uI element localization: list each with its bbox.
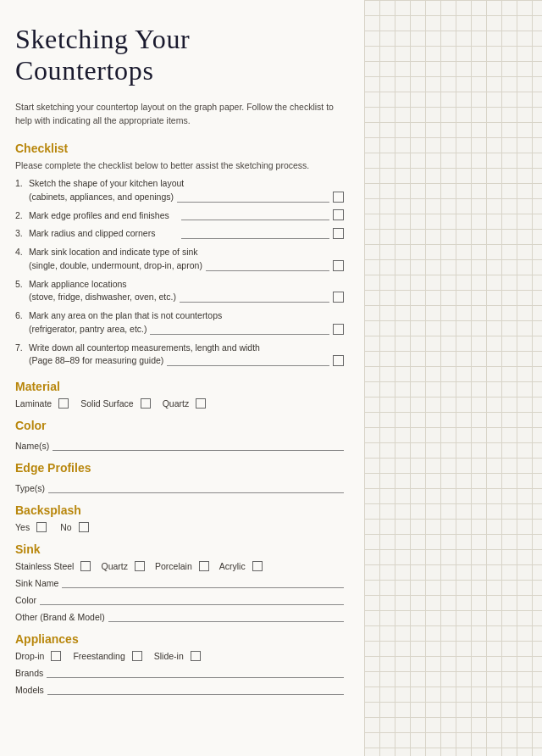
- appliance-brands-line: [47, 666, 344, 678]
- sink-heading: Sink: [15, 542, 344, 556]
- checklist-item-2: 2. Mark edge profiles and end finishes: [15, 209, 344, 223]
- material-quartz-checkbox[interactable]: [196, 398, 206, 409]
- graph-paper-panel: [364, 0, 542, 756]
- sink-acrylic-checkbox[interactable]: [252, 561, 263, 571]
- backsplash-row: Yes No: [15, 522, 344, 532]
- item-num-4: 4.: [15, 246, 29, 259]
- item-text-2: Mark edge profiles and end finishes: [29, 209, 178, 223]
- appliance-models-label: Models: [15, 685, 44, 695]
- item-num-2: 2.: [15, 209, 29, 223]
- item-text-5: Mark appliance locations: [29, 278, 344, 292]
- sink-stainless-label: Stainless Steel: [15, 561, 74, 571]
- appliance-freestanding-label: Freestanding: [73, 651, 124, 661]
- item-line-1: [177, 202, 329, 203]
- material-heading: Material: [15, 380, 344, 393]
- item-text-1: Sketch the shape of your kitchen layout: [29, 177, 344, 191]
- backsplash-no-checkbox[interactable]: [79, 522, 89, 532]
- edge-label: Type(s): [15, 483, 45, 493]
- sink-other-row: Other (Brand & Model): [15, 610, 344, 622]
- checklist-item-3: 3. Mark radius and clipped corners: [15, 227, 344, 241]
- appliance-brands-row: Brands: [15, 666, 344, 678]
- edge-line: [48, 481, 344, 493]
- appliance-type-row: Drop-in Freestanding Slide-in: [15, 651, 344, 661]
- color-heading: Color: [15, 419, 344, 432]
- item-num-1: 1.: [15, 177, 29, 191]
- item-text-7: Write down all countertop measurements, …: [29, 342, 344, 355]
- appliances-heading: Appliances: [15, 632, 344, 646]
- checklist-item-6: 6. Mark any area on the plan that is not…: [15, 309, 344, 336]
- item-text-5b: (stove, fridge, dishwasher, oven, etc.): [29, 291, 176, 304]
- item-line-5: [180, 302, 329, 303]
- checklist-heading: Checklist: [15, 142, 344, 155]
- sink-type-row: Stainless Steel Quartz Porcelain Acrylic: [15, 561, 344, 571]
- backsplash-no-label: No: [60, 522, 71, 532]
- item-checkbox-7[interactable]: [333, 355, 344, 366]
- color-field-row: Name(s): [15, 439, 344, 451]
- appliance-slidein-label: Slide-in: [154, 651, 184, 661]
- item-line-7: [167, 365, 329, 366]
- backsplash-yes-checkbox[interactable]: [36, 522, 47, 532]
- sink-quartz-label: Quartz: [101, 561, 128, 571]
- item-text-6: Mark any area on the plan that is not co…: [29, 309, 344, 323]
- appliance-models-line: [47, 683, 344, 695]
- sink-quartz-checkbox[interactable]: [135, 561, 145, 571]
- item-line-2: [181, 220, 330, 220]
- item-checkbox-4[interactable]: [333, 260, 344, 271]
- color-label: Name(s): [15, 441, 49, 451]
- checklist-item-1: 1. Sketch the shape of your kitchen layo…: [15, 177, 344, 204]
- material-laminate-label: Laminate: [15, 398, 52, 409]
- material-laminate-checkbox[interactable]: [58, 398, 69, 409]
- color-line: [53, 439, 344, 451]
- item-text-3: Mark radius and clipped corners: [29, 227, 178, 241]
- appliance-models-row: Models: [15, 683, 344, 695]
- page-title: Sketching Your Countertops: [15, 24, 344, 86]
- sink-other-line: [108, 610, 344, 622]
- edge-heading: Edge Profiles: [15, 461, 344, 475]
- item-text-6b: (refrigerator, pantry area, etc.): [29, 323, 147, 336]
- sink-color-row: Color: [15, 593, 344, 605]
- sink-stainless-checkbox[interactable]: [80, 561, 91, 571]
- item-checkbox-2[interactable]: [333, 209, 344, 220]
- sink-name-row: Sink Name: [15, 576, 344, 588]
- checklist-item-4: 4. Mark sink location and indicate type …: [15, 246, 344, 273]
- backsplash-heading: Backsplash: [15, 503, 344, 517]
- item-checkbox-5[interactable]: [333, 292, 344, 303]
- sink-acrylic-label: Acrylic: [219, 561, 246, 571]
- item-line-4: [206, 270, 329, 271]
- item-text-4: Mark sink location and indicate type of …: [29, 246, 344, 259]
- intro-text: Start sketching your countertop layout o…: [15, 100, 344, 129]
- material-solid-checkbox[interactable]: [141, 398, 151, 409]
- checklist-item-5: 5. Mark appliance locations (stove, frid…: [15, 278, 344, 305]
- checklist-desc: Please complete the checklist below to b…: [15, 160, 344, 170]
- material-solid-label: Solid Surface: [80, 398, 133, 409]
- material-quartz-label: Quartz: [163, 398, 190, 409]
- edge-field-row: Type(s): [15, 481, 344, 493]
- checklist-item-7: 7. Write down all countertop measurement…: [15, 342, 344, 369]
- item-text-1b: (cabinets, appliances, and openings): [29, 191, 174, 204]
- appliance-freestanding-checkbox[interactable]: [132, 651, 142, 661]
- item-line-3: [181, 238, 330, 239]
- sink-porcelain-checkbox[interactable]: [199, 561, 209, 571]
- appliance-dropin-label: Drop-in: [15, 651, 44, 661]
- sink-other-label: Other (Brand & Model): [15, 612, 105, 622]
- item-line-6: [150, 334, 329, 335]
- item-num-6: 6.: [15, 309, 29, 323]
- item-num-3: 3.: [15, 227, 29, 241]
- sink-color-label: Color: [15, 595, 36, 605]
- material-row: Laminate Solid Surface Quartz: [15, 398, 344, 409]
- appliance-dropin-checkbox[interactable]: [51, 651, 61, 661]
- item-num-7: 7.: [15, 342, 29, 355]
- sink-color-line: [40, 593, 344, 605]
- item-text-7b: (Page 88–89 for measuring guide): [29, 354, 163, 368]
- item-checkbox-3[interactable]: [333, 228, 344, 239]
- main-content: Sketching Your Countertops Start sketchi…: [0, 0, 364, 756]
- item-num-5: 5.: [15, 278, 29, 292]
- backsplash-yes-label: Yes: [15, 522, 30, 532]
- item-checkbox-1[interactable]: [333, 192, 344, 203]
- appliance-slidein-checkbox[interactable]: [191, 651, 201, 661]
- item-checkbox-6[interactable]: [333, 324, 344, 335]
- appliance-brands-label: Brands: [15, 668, 43, 678]
- item-text-4b: (single, double, undermount, drop-in, ap…: [29, 259, 202, 273]
- sink-porcelain-label: Porcelain: [155, 561, 192, 571]
- sink-name-label: Sink Name: [15, 578, 58, 588]
